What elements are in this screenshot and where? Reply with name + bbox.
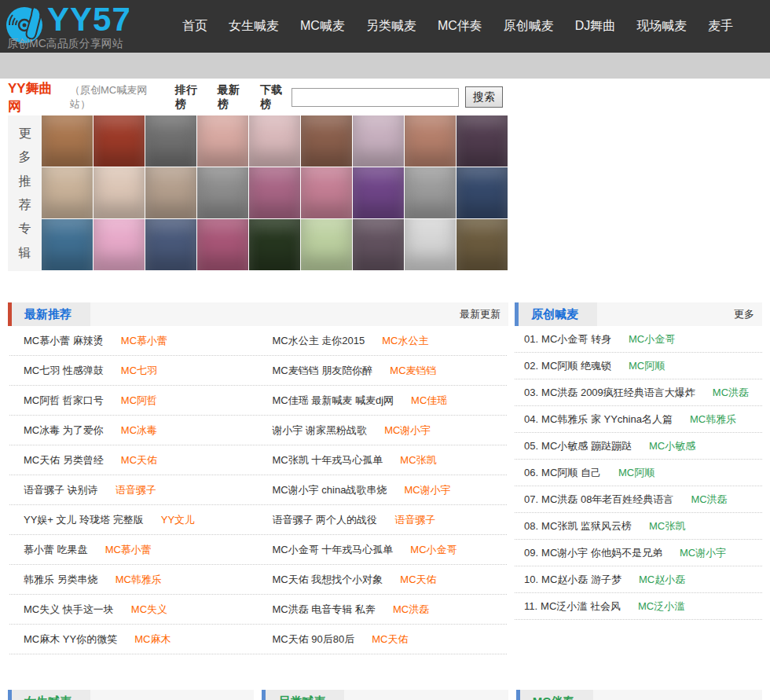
album-avatar[interactable] (145, 167, 196, 218)
artist-link[interactable]: MC泛小滥 (638, 599, 684, 614)
rank-link-最新榜[interactable]: 最新榜 (218, 83, 249, 112)
bottom-section: 女生喊麦 (8, 690, 254, 700)
nav-item-MC伴奏[interactable]: MC伴奏 (438, 18, 482, 35)
album-avatar[interactable] (353, 219, 404, 270)
rank-number: 04. (524, 413, 538, 425)
artist-link[interactable]: MC麻木 (134, 632, 170, 647)
artist-link[interactable]: YY文儿 (161, 513, 195, 527)
album-avatar[interactable] (405, 115, 456, 167)
album-avatar[interactable] (94, 219, 145, 270)
original-item: 03.MC洪磊 2009疯狂经典语言大爆炸MC洪磊 (515, 379, 762, 406)
artist-link[interactable]: MC天佑 (121, 453, 157, 467)
artist-link[interactable]: MC天佑 (400, 573, 436, 587)
search-button[interactable]: 搜索 (465, 86, 503, 108)
latest-more-link[interactable]: 最新更新 (460, 307, 508, 321)
artist-link[interactable]: MC谢小宇 (680, 546, 726, 560)
artist-link[interactable]: MC洪磊 (691, 493, 727, 507)
album-avatar[interactable] (249, 115, 300, 167)
artist-link[interactable]: MC小金哥 (410, 543, 456, 557)
nav-item-麦手[interactable]: 麦手 (708, 18, 733, 35)
album-avatar[interactable] (405, 219, 456, 270)
artist-link[interactable]: MC洪磊 (713, 386, 749, 400)
album-avatar[interactable] (301, 115, 352, 167)
album-avatar[interactable] (197, 167, 248, 218)
nav-item-DJ舞曲[interactable]: DJ舞曲 (575, 18, 616, 35)
album-avatar[interactable] (405, 167, 456, 218)
album-avatar[interactable] (353, 167, 404, 218)
album-avatar[interactable] (249, 167, 300, 218)
album-avatar[interactable] (42, 115, 93, 167)
rank-link-排行榜[interactable]: 排行榜 (175, 83, 207, 112)
album-avatar[interactable] (42, 167, 93, 218)
artist-link[interactable]: MC张凯 (649, 519, 685, 533)
album-avatar[interactable] (145, 115, 196, 167)
song-title: MC水公主 走你2015 (273, 334, 365, 348)
nav-item-现场喊麦[interactable]: 现场喊麦 (636, 18, 687, 35)
song-title: MC天佑 90后80后 (273, 632, 355, 647)
artist-link[interactable]: MC洪磊 (393, 603, 429, 617)
album-avatar[interactable] (301, 219, 352, 270)
rank-links: 排行榜最新榜下载榜 (175, 83, 292, 112)
main-nav: 首页女生喊麦MC喊麦另类喊麦MC伴奏原创喊麦DJ舞曲现场喊麦麦手 (182, 18, 733, 35)
nav-item-MC喊麦[interactable]: MC喊麦 (300, 18, 345, 35)
artist-link[interactable]: MC赵小磊 (639, 573, 685, 587)
artist-link[interactable]: MC麦铛铛 (390, 364, 436, 378)
site-logo[interactable]: YY57 原创MC高品质分享网站 (0, 0, 149, 53)
album-avatar[interactable] (456, 115, 508, 167)
nav-item-首页[interactable]: 首页 (182, 18, 207, 35)
artist-link[interactable]: MC冰毒 (121, 423, 157, 438)
search-input[interactable] (292, 88, 459, 107)
latest-row: MC阿哲 哲家口号MC阿哲MC佳瑶 最新喊麦 喊麦dj网MC佳瑶 (9, 386, 507, 416)
artist-link[interactable]: MC失义 (131, 603, 167, 617)
album-avatar[interactable] (197, 219, 248, 270)
album-avatar[interactable] (94, 115, 145, 167)
artist-link[interactable]: MC韩雅乐 (690, 412, 736, 427)
nav-item-原创喊麦[interactable]: 原创喊麦 (504, 18, 554, 35)
album-avatar[interactable] (456, 219, 508, 270)
artist-link[interactable]: MC慕小蕾 (121, 334, 167, 348)
latest-item: MC天佑 90后80后MC天佑 (258, 632, 508, 647)
song-title: 谢小宇 谢家黑粉战歌 (273, 423, 368, 438)
album-avatar[interactable] (42, 219, 93, 270)
artist-link[interactable]: MC张凯 (400, 453, 436, 467)
album-avatar[interactable] (456, 167, 508, 218)
artist-link[interactable]: MC谢小宇 (404, 483, 450, 497)
artist-link[interactable]: MC阿顺 (618, 466, 654, 480)
artist-link[interactable]: MC韩雅乐 (116, 573, 162, 587)
artist-link[interactable]: MC谢小宇 (384, 423, 431, 438)
artist-link[interactable]: MC天佑 (372, 632, 408, 647)
artist-link[interactable]: 语音骡子 (116, 483, 156, 497)
latest-section: 最新推荐 最新更新 MC慕小蕾 麻辣烫MC慕小蕾MC水公主 走你2015MC水公… (8, 302, 508, 654)
original-section-header: 原创喊麦 更多 (515, 302, 762, 326)
rank-number: 10. (524, 574, 538, 585)
nav-item-另类喊麦[interactable]: 另类喊麦 (366, 18, 416, 35)
album-avatar[interactable] (353, 115, 404, 167)
song-title: MC慕小蕾 麻辣烫 (24, 334, 104, 348)
bottom-title-block: MC伴奏 (520, 690, 593, 700)
original-more-link[interactable]: 更多 (734, 307, 762, 321)
artist-link[interactable]: MC七羽 (121, 364, 157, 378)
album-avatar[interactable] (145, 219, 196, 270)
album-avatar[interactable] (249, 219, 300, 270)
latest-row: MC七羽 性感弹鼓MC七羽MC麦铛铛 朋友陪你醉MC麦铛铛 (9, 356, 507, 386)
artist-link[interactable]: MC小金哥 (629, 332, 675, 346)
album-avatar[interactable] (301, 167, 352, 218)
nav-item-女生喊麦[interactable]: 女生喊麦 (229, 18, 279, 35)
rank-link-下载榜[interactable]: 下载榜 (260, 83, 292, 112)
bottom-section-title: 女生喊麦 (24, 695, 72, 700)
artist-link[interactable]: 语音骡子 (394, 513, 435, 527)
original-section-title: 原创喊麦 (531, 307, 578, 322)
rank-number: 09. (524, 547, 538, 559)
artist-link[interactable]: MC小敏感 (649, 439, 695, 453)
rank-number: 01. (524, 333, 538, 345)
artist-link[interactable]: MC阿哲 (121, 394, 157, 408)
artist-link[interactable]: MC慕小蕾 (105, 543, 152, 557)
album-avatar[interactable] (94, 167, 145, 218)
latest-row: 语音骡子 诀别诗语音骡子MC谢小宇 china战歌串烧MC谢小宇 (9, 475, 507, 505)
side-label-char: 专 (19, 222, 31, 235)
song-title: MC冰毒 为了爱你 (24, 423, 104, 438)
artist-link[interactable]: MC阿顺 (629, 359, 665, 373)
artist-link[interactable]: MC佳瑶 (411, 394, 447, 408)
artist-link[interactable]: MC水公主 (382, 334, 428, 348)
album-avatar[interactable] (197, 115, 248, 167)
